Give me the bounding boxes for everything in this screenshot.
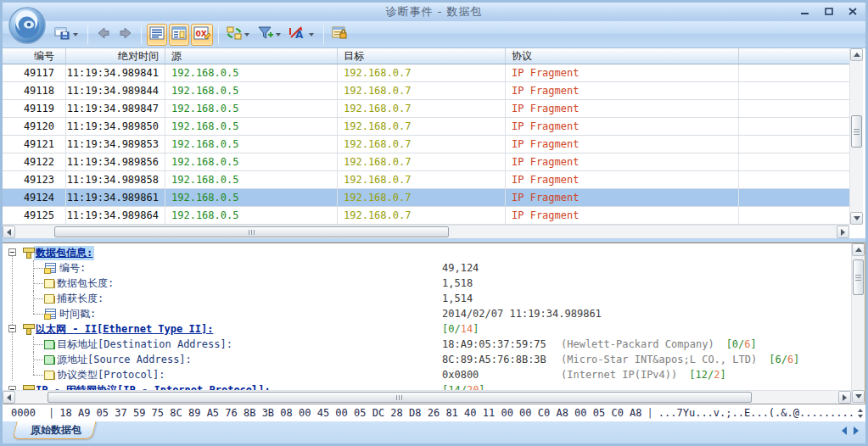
tree-field-label: 协议类型[Protocol]: — [57, 368, 165, 382]
refresh-dropdown-caret[interactable] — [244, 33, 249, 36]
table-cell: 11:19:34.989861 — [66, 189, 165, 206]
table-cell: IP Fragment — [506, 189, 739, 206]
scrollbar-thumb[interactable] — [851, 115, 862, 148]
tree-row[interactable]: 时间戳:2014/02/07 11:19:34.989861 — [3, 306, 851, 321]
tree-row[interactable]: IP - 因特网协议[IP - Internet Protocol]:[14/2… — [3, 382, 851, 390]
table-cell — [739, 153, 849, 170]
export-button[interactable] — [53, 24, 82, 46]
export-dropdown-caret[interactable] — [73, 33, 78, 36]
column-header[interactable]: 编号 — [3, 48, 66, 64]
tree-field-value: 1,514 — [442, 291, 473, 306]
tree-field-label: 编号: — [59, 261, 86, 276]
decode-button[interactable]: A — [287, 24, 318, 46]
scroll-down-button[interactable] — [852, 390, 865, 403]
table-cell: 192.168.0.5 — [165, 118, 338, 135]
back-arrow-icon — [96, 26, 111, 43]
decode-dropdown-caret[interactable] — [309, 33, 314, 36]
tree-guide — [33, 360, 43, 360]
tree-guide — [33, 268, 43, 269]
tree-row[interactable]: 数据包长度:1,518 — [3, 276, 851, 291]
filter-dropdown-caret[interactable] — [276, 33, 281, 36]
table-cell: 192.168.0.5 — [165, 171, 338, 188]
table-cell: 192.168.0.7 — [338, 136, 506, 153]
table-cell: 192.168.0.5 — [165, 136, 338, 153]
tab-scroll-right-icon[interactable] — [854, 426, 859, 435]
range-bracket: ] — [751, 338, 757, 350]
column-header[interactable]: 协议 — [506, 48, 739, 64]
expand-toggle[interactable] — [8, 386, 16, 390]
tree-row[interactable]: 数据包信息: — [3, 245, 851, 260]
column-header[interactable]: 目标 — [338, 48, 506, 64]
tree-row[interactable]: 协议类型[Protocol]:0x0800(Internet IP(IPv4))… — [3, 367, 851, 382]
hex-scroll-spinner[interactable] — [854, 409, 868, 418]
minimize-button[interactable] — [798, 5, 813, 18]
table-row[interactable]: 4912511:19:34.989864192.168.0.5192.168.0… — [3, 207, 849, 225]
close-button[interactable] — [845, 5, 860, 18]
prev-packet-button[interactable] — [93, 24, 114, 46]
table-row[interactable]: 4912211:19:34.989856192.168.0.5192.168.0… — [3, 153, 849, 171]
table-row[interactable]: 4912111:19:34.989853192.168.0.5192.168.0… — [3, 136, 849, 153]
scroll-right-button[interactable] — [837, 226, 849, 238]
table-cell: 192.168.0.7 — [338, 64, 506, 81]
table-row[interactable]: 4911811:19:34.989844192.168.0.5192.168.0… — [3, 82, 849, 100]
table-cell: 49125 — [3, 207, 66, 224]
scroll-left-button[interactable] — [3, 391, 15, 404]
window: 诊断事件 - 数据包 — [0, 0, 868, 446]
hex-view-icon: 0X — [193, 26, 210, 43]
table-cell: IP Fragment — [506, 100, 739, 117]
table-row[interactable]: 4912311:19:34.989858192.168.0.5192.168.0… — [3, 171, 849, 189]
scrollbar-thumb[interactable] — [48, 392, 752, 403]
tree-row[interactable]: 以太网 - II[Ethernet Type II]:[0/14] — [3, 321, 851, 337]
tree-row[interactable]: 编号:49,124 — [3, 260, 851, 276]
table-row[interactable]: 4912011:19:34.989850192.168.0.5192.168.0… — [3, 118, 849, 136]
hex-ascii[interactable]: ...7Yu...v.;..E...(.&.@......... — [658, 407, 854, 419]
table-row[interactable]: 4911711:19:34.989841192.168.0.5192.168.0… — [3, 64, 849, 82]
refresh-packets-button[interactable] — [224, 24, 254, 46]
table-cell: 192.168.0.7 — [338, 189, 506, 206]
tree-section-label: IP - 因特网协议[IP - Internet Protocol]: — [34, 383, 272, 391]
column-header[interactable]: 绝对时间 — [66, 48, 165, 64]
alarm-settings-button[interactable] — [329, 24, 350, 46]
field-value-text: 0x0800 — [442, 369, 561, 381]
list-view-toggle[interactable] — [147, 24, 167, 46]
hex-offset: 0000 — [3, 407, 43, 419]
scroll-right-button[interactable] — [838, 391, 851, 404]
table-row[interactable]: 4912411:19:34.989861192.168.0.5192.168.0… — [3, 189, 849, 207]
field-value-note: (Internet IP(IPv4)) — [561, 369, 677, 381]
table-cell: 49118 — [3, 82, 66, 99]
scroll-left-button[interactable] — [3, 226, 15, 238]
decode-pane: 数据包信息:编号:49,124数据包长度:1,518捕获长度:1,514时间戳:… — [3, 243, 865, 404]
scroll-up-button[interactable] — [850, 48, 863, 61]
filter-button[interactable] — [255, 24, 285, 46]
app-logo-icon[interactable] — [8, 7, 46, 44]
toolbar-separator — [141, 25, 142, 44]
tree-row[interactable]: 捕获长度:1,514 — [3, 291, 851, 306]
tree-field-value: [14/20] — [442, 382, 485, 390]
hex-dump-row[interactable]: 0000 | 18 A9 05 37 59 75 8C 89 A5 76 8B … — [3, 404, 865, 421]
decode-horizontal-scrollbar[interactable] — [3, 390, 851, 404]
tree-field-value: 1,518 — [442, 276, 473, 291]
scroll-up-button[interactable] — [852, 243, 865, 256]
hex-view-toggle[interactable]: 0X — [191, 24, 213, 46]
tab-scroll-left-icon[interactable] — [842, 426, 847, 435]
column-header[interactable]: 源 — [165, 48, 338, 64]
next-packet-button[interactable] — [115, 24, 136, 46]
table-cell: 11:19:34.989864 — [66, 207, 165, 224]
table-row[interactable]: 4911911:19:34.989847192.168.0.5192.168.0… — [3, 100, 849, 118]
table-horizontal-scrollbar[interactable] — [3, 225, 849, 238]
tree-guide — [33, 306, 34, 314]
scroll-down-button[interactable] — [850, 212, 863, 225]
maximize-button[interactable] — [821, 5, 837, 18]
tree-leaf-icon — [47, 342, 55, 349]
detail-view-toggle[interactable] — [169, 24, 189, 46]
hex-bytes[interactable]: 18 A9 05 37 59 75 8C 89 A5 76 8B 3B 08 0… — [59, 407, 641, 419]
expand-toggle[interactable] — [8, 325, 16, 332]
table-vertical-scrollbar[interactable] — [849, 48, 863, 225]
scrollbar-thumb[interactable] — [853, 259, 864, 295]
tab-raw-packet[interactable]: 原始数据包 — [12, 421, 96, 439]
scrollbar-thumb[interactable] — [54, 226, 449, 237]
tree-row[interactable]: 源地址[Source Address]:8C:89:A5:76:8B:3B(Mi… — [3, 352, 851, 367]
expand-toggle[interactable] — [8, 248, 16, 256]
tree-row[interactable]: 目标地址[Destination Address]:18:A9:05:37:59… — [3, 337, 851, 352]
decode-vertical-scrollbar[interactable] — [851, 243, 865, 403]
